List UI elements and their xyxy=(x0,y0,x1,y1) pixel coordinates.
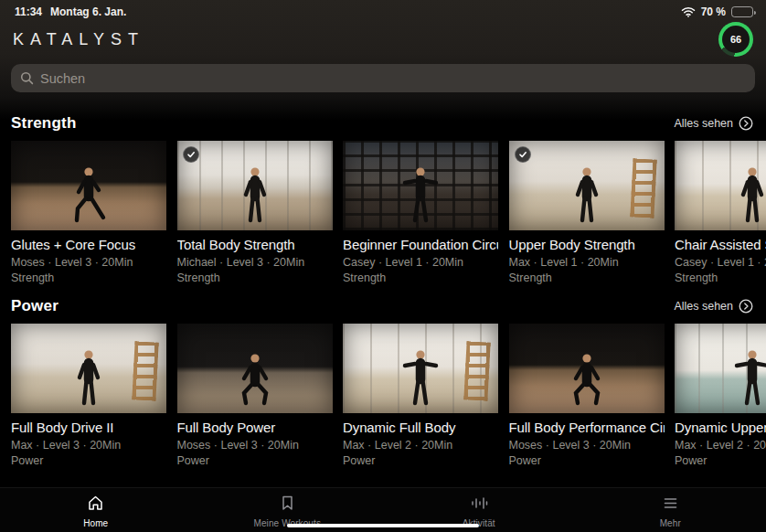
completed-badge xyxy=(183,146,199,163)
activity-icon xyxy=(469,494,489,516)
workout-category: Strength xyxy=(343,271,498,284)
status-bar: 11:34 Montag 6. Jan. 70 % xyxy=(0,0,766,20)
workout-title: Full Body Performance Circuit xyxy=(509,420,665,435)
search-icon xyxy=(20,71,34,85)
score-value: 66 xyxy=(730,34,741,45)
workout-title: Full Body Power xyxy=(177,420,333,435)
workout-meta: Casey · Level 1 · 20M xyxy=(675,256,766,269)
workout-thumbnail xyxy=(343,141,498,230)
workout-thumbnail xyxy=(11,324,166,413)
workout-title: Dynamic Upper Bo xyxy=(675,420,766,435)
workout-category: Strength xyxy=(509,271,665,284)
tab-meine-workouts[interactable]: Meine Workouts xyxy=(192,488,384,528)
workout-meta: Max · Level 2 · 20Mi xyxy=(675,439,766,452)
wifi-icon xyxy=(681,6,696,17)
more-icon xyxy=(661,494,680,516)
tab-home[interactable]: Home xyxy=(0,488,192,528)
workout-card[interactable]: Full Body Performance CircuitMoses · Lev… xyxy=(509,324,665,467)
workout-category: Strength xyxy=(11,271,166,284)
search-wrap xyxy=(0,59,766,101)
workout-thumbnail xyxy=(675,141,766,230)
search-input[interactable] xyxy=(40,71,746,86)
workout-category: Power xyxy=(11,454,166,467)
tab-aktivität[interactable]: Aktivität xyxy=(383,488,575,528)
workout-meta: Max · Level 1 · 20Min xyxy=(509,256,665,269)
see-all-link[interactable]: Alles sehen xyxy=(674,116,753,131)
workout-category: Power xyxy=(343,454,498,467)
see-all-label: Alles sehen xyxy=(674,117,733,130)
score-ring-button[interactable]: 66 xyxy=(718,22,753,57)
see-all-label: Alles sehen xyxy=(674,300,733,313)
workout-meta: Moses · Level 3 · 20Min xyxy=(509,439,665,452)
card-row: Full Body Drive IIMax · Level 3 · 20MinP… xyxy=(0,324,766,467)
content-area: StrengthAlles sehenGlutes + Core FocusMo… xyxy=(0,111,766,467)
check-icon xyxy=(518,150,527,159)
workout-meta: Max · Level 3 · 20Min xyxy=(11,439,166,452)
workout-category: Power xyxy=(509,454,665,467)
workout-card[interactable]: Dynamic Full BodyMax · Level 2 · 20MinPo… xyxy=(343,324,498,467)
home-indicator[interactable] xyxy=(287,524,479,528)
workout-category: Power xyxy=(675,454,766,467)
workout-meta: Max · Level 2 · 20Min xyxy=(343,439,498,452)
workout-title: Chair Assisted Str xyxy=(675,237,766,252)
workout-title: Full Body Drive II xyxy=(11,420,166,435)
tab-label: Mehr xyxy=(660,518,681,528)
status-date: Montag 6. Jan. xyxy=(50,5,126,18)
see-all-link[interactable]: Alles sehen xyxy=(674,299,753,314)
workout-thumbnail xyxy=(675,324,766,413)
workout-card[interactable]: Full Body PowerMoses · Level 3 · 20MinPo… xyxy=(177,324,333,467)
bookmark-icon xyxy=(278,494,297,516)
section-header: StrengthAlles sehen xyxy=(0,111,766,141)
check-icon xyxy=(186,150,196,159)
workout-thumbnail xyxy=(509,141,665,230)
workout-thumbnail xyxy=(11,141,166,230)
workout-meta: Michael · Level 3 · 20Min xyxy=(177,256,333,269)
workout-thumbnail xyxy=(343,324,498,413)
status-time: 11:34 xyxy=(15,5,42,18)
battery-percent: 70 % xyxy=(701,5,726,18)
chevron-right-icon xyxy=(739,116,753,131)
section-strength: StrengthAlles sehenGlutes + Core FocusMo… xyxy=(0,111,766,284)
workout-title: Beginner Foundation Circuit xyxy=(343,237,498,252)
app-logo: KATALYST xyxy=(13,30,144,49)
workout-category: Strength xyxy=(177,271,333,284)
workout-thumbnail xyxy=(177,324,333,413)
workout-card[interactable]: Beginner Foundation CircuitCasey · Level… xyxy=(343,141,498,284)
workout-card[interactable]: Chair Assisted StrCasey · Level 1 · 20MS… xyxy=(675,141,766,284)
workout-card[interactable]: Dynamic Upper BoMax · Level 2 · 20MiPowe… xyxy=(675,324,766,467)
chevron-right-icon xyxy=(739,299,753,314)
workout-title: Glutes + Core Focus xyxy=(11,237,166,252)
workout-card[interactable]: Upper Body StrengthMax · Level 1 · 20Min… xyxy=(509,141,665,284)
completed-badge xyxy=(515,146,531,163)
battery-icon xyxy=(731,6,753,17)
section-title: Power xyxy=(11,297,59,315)
workout-title: Total Body Strength xyxy=(177,237,333,252)
workout-category: Power xyxy=(177,454,333,467)
app-header: KATALYST 66 xyxy=(0,20,766,59)
tab-mehr[interactable]: Mehr xyxy=(575,488,766,528)
home-icon xyxy=(86,494,105,516)
app-screen: 11:34 Montag 6. Jan. 70 % KATALYST 66 xyxy=(0,0,766,532)
card-row: Glutes + Core FocusMoses · Level 3 · 20M… xyxy=(0,141,766,284)
workout-title: Dynamic Full Body xyxy=(343,420,498,435)
section-header: PowerAlles sehen xyxy=(0,293,766,324)
workout-thumbnail xyxy=(509,324,665,413)
workout-meta: Moses · Level 3 · 20Min xyxy=(177,439,333,452)
workout-meta: Moses · Level 3 · 20Min xyxy=(11,256,166,269)
workout-card[interactable]: Total Body StrengthMichael · Level 3 · 2… xyxy=(177,141,333,284)
workout-thumbnail xyxy=(177,141,333,230)
workout-card[interactable]: Glutes + Core FocusMoses · Level 3 · 20M… xyxy=(11,141,166,284)
section-power: PowerAlles sehenFull Body Drive IIMax · … xyxy=(0,293,766,467)
section-title: Strength xyxy=(11,114,76,133)
search-bar[interactable] xyxy=(11,64,755,92)
workout-category: Strength xyxy=(675,271,766,284)
tab-label: Home xyxy=(83,518,108,528)
workout-title: Upper Body Strength xyxy=(509,237,665,252)
workout-meta: Casey · Level 1 · 20Min xyxy=(343,256,498,269)
workout-card[interactable]: Full Body Drive IIMax · Level 3 · 20MinP… xyxy=(11,324,166,467)
